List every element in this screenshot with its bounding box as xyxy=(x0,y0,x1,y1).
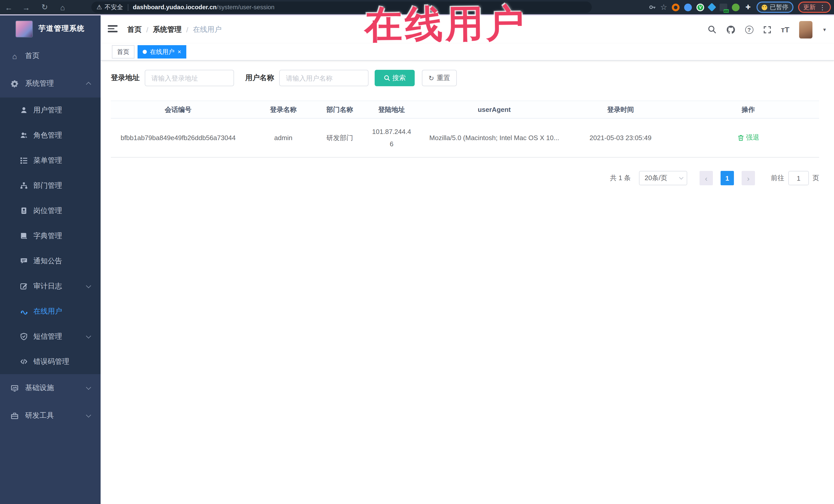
breadcrumb-home[interactable]: 首页 xyxy=(127,25,142,34)
sidebar-item-label: 角色管理 xyxy=(34,131,62,140)
badge-icon xyxy=(20,206,28,215)
app-logo xyxy=(15,20,33,37)
sidebar-item-home[interactable]: ⌂ 首页 xyxy=(0,42,101,70)
tab-home[interactable]: 首页 xyxy=(112,45,134,59)
force-logout-button[interactable]: 强退 xyxy=(737,133,759,143)
col-session-id: 会话编号 xyxy=(111,101,245,118)
extension-translate-icon[interactable]: en xyxy=(720,3,727,11)
sidebar-item-label: 在线用户 xyxy=(34,307,62,316)
sidebar-item-notices[interactable]: 通知公告 xyxy=(0,248,101,273)
sidebar-item-label: 错误码管理 xyxy=(34,357,69,366)
paused-label: 已暂停 xyxy=(770,3,788,12)
online-users-icon xyxy=(20,307,28,316)
chevron-down-icon xyxy=(86,385,91,390)
page-size-select[interactable]: 20条/页 xyxy=(639,171,687,185)
avatar[interactable] xyxy=(799,21,812,38)
sidebar-item-dicts[interactable]: 字典管理 xyxy=(0,223,101,248)
chrome-update-button[interactable]: 更新 ⋮ xyxy=(798,2,831,13)
smiley-icon xyxy=(762,4,767,10)
sidebar-item-online-users[interactable]: 在线用户 xyxy=(0,299,101,324)
breadcrumb-current: 在线用户 xyxy=(193,25,222,34)
sidebar-item-menus[interactable]: 菜单管理 xyxy=(0,148,101,173)
github-icon[interactable] xyxy=(726,25,735,34)
cell-login-ip: 101.87.244.46 xyxy=(358,118,425,157)
login-address-input[interactable] xyxy=(145,70,234,86)
paused-badge[interactable]: 已暂停 xyxy=(756,2,793,13)
extension-orange-icon[interactable] xyxy=(672,3,680,11)
sidebar-item-label: 岗位管理 xyxy=(34,206,62,215)
search-form: 登录地址 用户名称 搜索 ↻ 重置 xyxy=(111,70,457,86)
caret-down-icon[interactable]: ▼ xyxy=(822,27,827,32)
browser-home-icon[interactable]: ⌂ xyxy=(57,0,68,14)
prev-page-button[interactable]: ‹ xyxy=(700,171,713,185)
breadcrumb-separator: / xyxy=(146,25,148,34)
omnibox-divider xyxy=(128,4,128,10)
help-icon[interactable]: ? xyxy=(745,25,753,34)
book-icon xyxy=(20,232,28,240)
extension-green-icon[interactable] xyxy=(732,3,740,11)
sidebar-item-infrastructure[interactable]: 基础设施 xyxy=(0,374,101,402)
chevron-up-icon xyxy=(86,82,91,87)
breadcrumb-system[interactable]: 系统管理 xyxy=(153,25,182,34)
col-login-time: 登录时间 xyxy=(564,101,678,118)
browser-reload-icon[interactable]: ↻ xyxy=(39,0,50,14)
extension-green-v-icon[interactable]: V xyxy=(697,3,704,11)
security-label[interactable]: 不安全 xyxy=(105,3,123,12)
collapse-sidebar-icon[interactable] xyxy=(108,25,117,34)
sidebar: 芋道管理系统 ⌂ 首页 系统管理 用户管理 角色管理 菜单管理 xyxy=(0,15,101,504)
sidebar-item-audit-logs[interactable]: 审计日志 xyxy=(0,273,101,299)
en-badge: en xyxy=(724,9,729,13)
goto-label: 前往 xyxy=(771,174,784,183)
red-annotation: 在线用户 xyxy=(364,2,527,46)
cell-dept-name: 研发部门 xyxy=(321,118,358,157)
sidebar-item-error-codes[interactable]: 错误码管理 xyxy=(0,349,101,374)
sidebar-item-sms[interactable]: 短信管理 xyxy=(0,324,101,349)
next-page-button[interactable]: › xyxy=(742,171,755,185)
user-icon xyxy=(20,106,28,114)
page-1-button[interactable]: 1 xyxy=(721,171,734,185)
sidebar-item-label: 短信管理 xyxy=(34,332,62,341)
sidebar-item-roles[interactable]: 角色管理 xyxy=(0,123,101,148)
sidebar-item-system[interactable]: 系统管理 xyxy=(0,70,101,97)
tab-online-users[interactable]: 在线用户 × xyxy=(137,45,186,59)
sidebar-item-label: 字典管理 xyxy=(34,231,62,240)
extension-blue-drop-icon[interactable] xyxy=(684,3,692,11)
sidebar-item-users[interactable]: 用户管理 xyxy=(0,97,101,123)
browser-forward-icon[interactable]: → xyxy=(21,0,32,14)
search-button[interactable]: 搜索 xyxy=(375,70,415,86)
close-icon[interactable]: × xyxy=(178,49,181,55)
col-login-name: 登录名称 xyxy=(245,101,321,118)
active-dot-icon xyxy=(143,50,147,54)
browser-back-icon[interactable]: ← xyxy=(3,0,14,14)
system-submenu: 用户管理 角色管理 菜单管理 部门管理 岗位管理 字典管理 xyxy=(0,97,101,374)
sidebar-item-devtools[interactable]: 研发工具 xyxy=(0,402,101,430)
bookmark-star-icon[interactable]: ☆ xyxy=(660,3,667,12)
sidebar-item-label: 审计日志 xyxy=(34,282,62,291)
breadcrumb: 首页 / 系统管理 / 在线用户 xyxy=(127,15,222,44)
sidebar-logo-row[interactable]: 芋道管理系统 xyxy=(0,15,101,42)
browser-menu-icon[interactable]: ⋮ xyxy=(819,3,826,11)
message-icon xyxy=(20,257,28,265)
page-unit-label: 页 xyxy=(812,174,819,183)
sidebar-item-label: 菜单管理 xyxy=(34,156,62,165)
browser-extensions-area: ☆ V en ✚ 已暂停 更新 ⋮ xyxy=(649,0,831,14)
username-input[interactable] xyxy=(279,70,369,86)
sidebar-item-label: 系统管理 xyxy=(25,79,54,88)
sidebar-item-departments[interactable]: 部门管理 xyxy=(0,173,101,198)
fullscreen-icon[interactable] xyxy=(763,25,771,34)
chevron-down-icon xyxy=(86,283,91,288)
login-address-label: 登录地址 xyxy=(111,73,139,83)
reset-button[interactable]: ↻ 重置 xyxy=(422,70,457,86)
col-dept-name: 部门名称 xyxy=(321,101,358,118)
tab-label: 首页 xyxy=(117,47,129,56)
extension-diamond-icon[interactable] xyxy=(707,3,716,12)
font-size-icon[interactable]: тT xyxy=(781,25,789,34)
sidebar-item-posts[interactable]: 岗位管理 xyxy=(0,198,101,223)
goto-page-input[interactable] xyxy=(788,171,809,185)
password-key-icon[interactable] xyxy=(649,4,656,11)
app-title: 芋道管理系统 xyxy=(39,24,85,34)
extensions-puzzle-icon[interactable]: ✚ xyxy=(744,3,752,11)
screen: ← → ↻ ⌂ ⚠ 不安全 dashboard.yudao.iocoder.cn… xyxy=(0,0,834,504)
search-icon[interactable] xyxy=(707,25,716,34)
code-icon xyxy=(20,357,28,366)
